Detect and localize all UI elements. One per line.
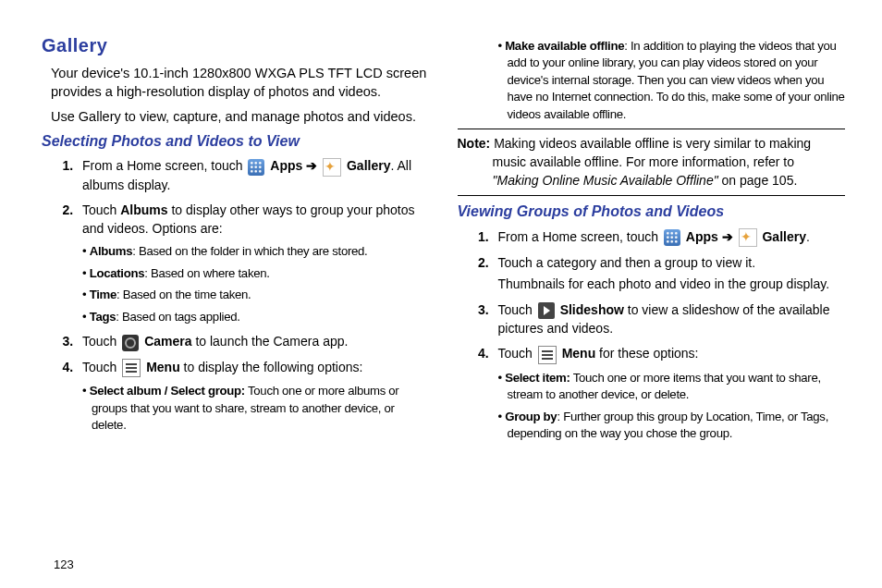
step-text: From a Home screen, touch — [82, 158, 246, 173]
gallery-label: Gallery — [347, 158, 390, 173]
option-select-item: Select item: Touch one or more items tha… — [498, 370, 846, 404]
gallery-label: Gallery — [762, 229, 805, 244]
gallery-icon — [739, 228, 757, 247]
intro-text-1: Your device's 10.1-inch 1280x800 WXGA PL… — [51, 64, 430, 102]
menu-label: Menu — [562, 346, 596, 361]
step-text: Touch — [498, 302, 536, 317]
menu-options: Select item: Touch one or more items tha… — [498, 370, 846, 443]
right-column: Make available offline: In addition to p… — [458, 32, 846, 570]
note-label: Note: — [458, 136, 491, 151]
menu-label: Menu — [146, 360, 180, 374]
note-page: on page 105. — [718, 173, 798, 188]
step-1: From a Home screen, touch Apps ➔ Gallery… — [77, 157, 430, 194]
apps-label: Apps — [686, 229, 718, 244]
step-text: From a Home screen, touch — [498, 229, 662, 244]
step-4: Touch Menu for these options: Select ite… — [493, 345, 846, 442]
option-select-album: Select album / Select group: Touch one o… — [82, 383, 430, 434]
intro-text-2: Use Gallery to view, capture, and manage… — [51, 107, 430, 126]
option-locations: Locations: Based on where taken. — [82, 265, 430, 282]
subsection-selecting: Selecting Photos and Videos to View — [42, 131, 430, 152]
option-group-by: Group by: Further group this group by Lo… — [498, 409, 846, 443]
albums-label: Albums — [120, 202, 167, 217]
arrow-icon: ➔ — [722, 229, 737, 244]
divider — [458, 129, 846, 129]
apps-icon — [664, 229, 680, 246]
slideshow-icon — [538, 302, 555, 319]
section-title: Gallery — [42, 32, 430, 58]
subsection-viewing: Viewing Groups of Photos and Videos — [458, 202, 846, 222]
step-4: Touch Menu to display the following opti… — [77, 359, 430, 435]
step-text: Touch — [82, 202, 120, 217]
option-albums: Albums: Based on the folder in which the… — [82, 243, 430, 260]
camera-label: Camera — [144, 334, 191, 349]
apps-icon — [248, 159, 264, 176]
menu-options: Select album / Select group: Touch one o… — [82, 383, 430, 434]
page-number: 123 — [54, 557, 74, 571]
step-text: to launch the Camera app. — [192, 334, 349, 349]
step-3: Touch Camera to launch the Camera app. — [77, 333, 430, 351]
step-2: Touch a category and then a group to vie… — [493, 254, 846, 294]
menu-icon — [538, 346, 557, 364]
divider — [458, 195, 846, 196]
arrow-icon: ➔ — [306, 158, 321, 173]
options-list: Albums: Based on the folder in which the… — [82, 243, 430, 325]
option-tags: Tags: Based on tags applied. — [82, 309, 430, 325]
step-text: Touch a category and then a group to vie… — [498, 254, 846, 273]
note-block: Note: Making videos available offline is… — [458, 135, 846, 190]
selecting-steps: From a Home screen, touch Apps ➔ Gallery… — [42, 157, 430, 434]
apps-label: Apps — [270, 158, 302, 173]
step-text: Touch — [82, 334, 120, 349]
step-text: for these options: — [595, 346, 698, 361]
step-text: Touch — [82, 360, 120, 374]
slideshow-label: Slideshow — [560, 302, 624, 317]
step-2: Touch Albums to display other ways to gr… — [77, 202, 430, 325]
step-1: From a Home screen, touch Apps ➔ Gallery… — [493, 228, 846, 247]
menu-options-continued: Make available offline: In addition to p… — [458, 38, 846, 123]
option-time: Time: Based on the time taken. — [82, 287, 430, 303]
camera-icon — [122, 335, 139, 351]
document-page: Gallery Your device's 10.1-inch 1280x800… — [0, 0, 882, 588]
step-text: to display the following options: — [180, 360, 363, 374]
viewing-steps: From a Home screen, touch Apps ➔ Gallery… — [458, 228, 846, 443]
step-text: Touch — [498, 346, 536, 361]
note-reference: "Making Online Music Available Offline" — [493, 173, 718, 188]
step-3: Touch Slideshow to view a slideshow of t… — [493, 301, 846, 337]
note-text: Making videos available offline is very … — [490, 136, 811, 169]
left-column: Gallery Your device's 10.1-inch 1280x800… — [42, 32, 430, 570]
gallery-icon — [323, 158, 341, 177]
step-text: Thumbnails for each photo and video in t… — [498, 276, 846, 294]
menu-icon — [122, 359, 141, 377]
option-offline: Make available offline: In addition to p… — [498, 38, 846, 123]
